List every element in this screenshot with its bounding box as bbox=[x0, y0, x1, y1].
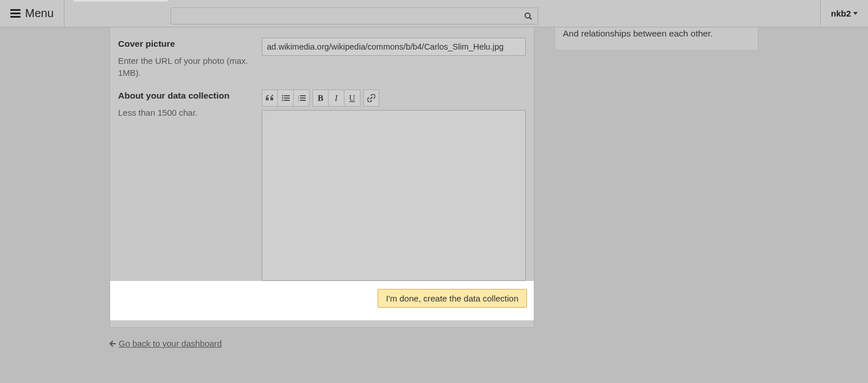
list-ul-icon bbox=[282, 95, 290, 101]
cover-label: Cover picture bbox=[118, 38, 250, 50]
svg-point-6 bbox=[282, 100, 283, 101]
ordered-list-button[interactable]: 123 bbox=[294, 89, 310, 107]
back-link-label: Go back to your dashboard bbox=[119, 339, 222, 348]
svg-rect-5 bbox=[284, 97, 290, 99]
search-input[interactable] bbox=[171, 7, 538, 25]
row-cover-picture: Cover picture Enter the URL of your phot… bbox=[110, 38, 534, 79]
about-textarea[interactable] bbox=[262, 110, 526, 281]
cover-url-input[interactable] bbox=[262, 38, 526, 56]
search-icon bbox=[524, 12, 532, 20]
svg-point-4 bbox=[282, 97, 283, 99]
side-card: And relationships between each other. bbox=[554, 27, 759, 51]
svg-point-2 bbox=[282, 95, 283, 97]
svg-rect-11 bbox=[300, 97, 306, 99]
row-about: About your data collection Less than 150… bbox=[110, 89, 534, 281]
user-menu[interactable]: nkb2 bbox=[820, 0, 868, 27]
svg-rect-7 bbox=[284, 100, 290, 101]
about-help: Less than 1500 char. bbox=[118, 107, 250, 119]
svg-rect-9 bbox=[300, 95, 306, 96]
svg-rect-13 bbox=[300, 100, 306, 101]
top-bar: Menu nkb2 bbox=[0, 0, 868, 27]
create-collection-button[interactable]: I'm done, create the data collection bbox=[378, 289, 527, 308]
side-text: And relationships between each other. bbox=[563, 27, 750, 40]
quote-button[interactable] bbox=[262, 89, 278, 107]
list-ol-icon: 123 bbox=[298, 95, 306, 101]
bold-button[interactable]: B bbox=[313, 89, 328, 107]
italic-button[interactable]: I bbox=[328, 89, 344, 107]
user-label: nkb2 bbox=[831, 9, 851, 18]
main-content: Cover picture Enter the URL of your phot… bbox=[0, 27, 868, 383]
unordered-list-button[interactable] bbox=[278, 89, 294, 107]
form-card: Cover picture Enter the URL of your phot… bbox=[109, 27, 534, 328]
submit-zone: I'm done, create the data collection bbox=[110, 281, 534, 320]
richtext-toolbar: 123 B I U bbox=[262, 89, 526, 107]
quote-icon bbox=[266, 95, 274, 101]
svg-line-1 bbox=[530, 18, 532, 20]
search-wrap bbox=[74, 2, 538, 25]
underline-button[interactable]: U bbox=[344, 89, 360, 107]
svg-text:3: 3 bbox=[298, 99, 299, 101]
link-button[interactable] bbox=[363, 89, 379, 107]
hamburger-icon bbox=[10, 9, 21, 18]
menu-button[interactable]: Menu bbox=[0, 0, 64, 27]
arrow-left-icon bbox=[109, 340, 116, 347]
cover-help: Enter the URL of your photo (max. 1MB). bbox=[118, 55, 250, 80]
progress-bar bbox=[74, 0, 168, 2]
svg-rect-3 bbox=[284, 95, 290, 96]
menu-label: Menu bbox=[25, 7, 54, 20]
chevron-down-icon bbox=[853, 12, 858, 15]
svg-point-0 bbox=[525, 13, 530, 18]
about-label: About your data collection bbox=[118, 89, 250, 102]
back-to-dashboard-link[interactable]: Go back to your dashboard bbox=[109, 339, 222, 348]
link-icon bbox=[367, 94, 375, 102]
